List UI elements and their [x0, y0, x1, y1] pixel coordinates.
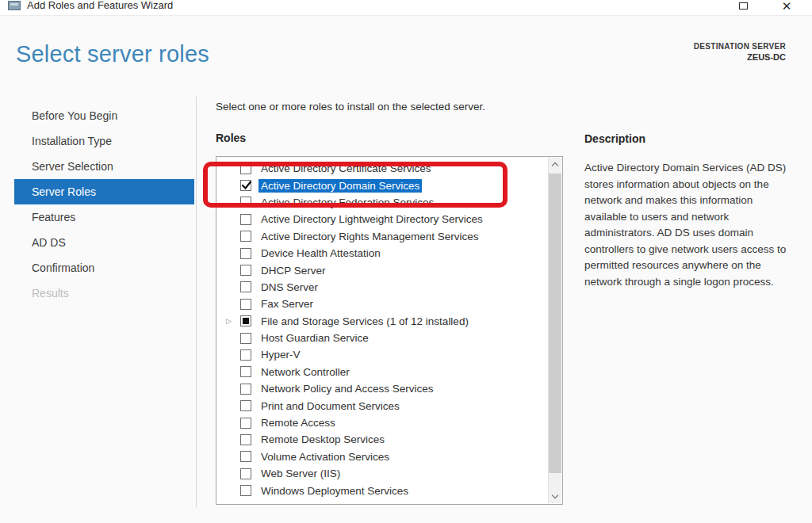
chevron-down-icon: [551, 492, 557, 498]
scroll-up-button[interactable]: [549, 158, 561, 171]
sidebar-item-label: Installation Type: [32, 135, 112, 147]
role-checkbox[interactable]: [240, 315, 251, 326]
sidebar-item-features[interactable]: Features: [0, 204, 196, 230]
role-label: File and Storage Services (1 of 12 insta…: [259, 315, 471, 328]
role-row-active-directory-lightweight-directory-services[interactable]: ▷ Active Directory Lightweight Directory…: [216, 211, 548, 227]
role-label: Device Health Attestation: [259, 246, 383, 260]
role-checkbox[interactable]: [240, 299, 251, 310]
role-label: DNS Server: [259, 281, 320, 294]
role-checkbox[interactable]: [240, 333, 251, 344]
role-checkbox[interactable]: [240, 163, 251, 174]
role-row-volume-activation-services[interactable]: ▷ Volume Activation Services: [216, 449, 548, 465]
restore-icon: [739, 2, 748, 10]
role-checkbox[interactable]: [240, 434, 251, 445]
role-checkbox[interactable]: [240, 468, 251, 479]
role-row-dns-server[interactable]: ▷ DNS Server: [216, 279, 548, 296]
role-label: Volume Activation Services: [259, 450, 392, 464]
role-row-device-health-attestation[interactable]: ▷ Device Health Attestation: [216, 245, 548, 262]
role-row-host-guardian-service[interactable]: ▷ Host Guardian Service: [216, 330, 548, 346]
role-checkbox[interactable]: [240, 265, 251, 276]
role-label: Network Policy and Access Services: [259, 382, 436, 395]
role-row-fax-server[interactable]: ▷ Fax Server: [216, 296, 548, 312]
role-label: Active Directory Certificate Services: [259, 162, 434, 175]
role-row-remote-access[interactable]: ▷ Remote Access: [216, 414, 548, 431]
restore-window-button[interactable]: [730, 0, 756, 16]
role-row-active-directory-federation-services[interactable]: ▷ Active Directory Federation Services: [216, 194, 548, 211]
role-row-windows-deployment-services[interactable]: ▷ Windows Deployment Services: [216, 482, 548, 498]
role-row-print-and-document-services[interactable]: ▷ Print and Document Services: [216, 397, 548, 414]
role-checkbox[interactable]: [240, 451, 251, 462]
app-icon: [8, 1, 21, 10]
role-row-active-directory-domain-services[interactable]: ▷ Active Directory Domain Services: [216, 177, 548, 193]
role-label: Print and Document Services: [259, 399, 402, 413]
sidebar-item-results: Results: [0, 281, 196, 306]
close-window-button[interactable]: ✕: [773, 0, 800, 16]
role-row-remote-desktop-services[interactable]: ▷ Remote Desktop Services: [216, 431, 548, 448]
vertical-scrollbar[interactable]: [548, 158, 561, 503]
role-row-dhcp-server[interactable]: ▷ DHCP Server: [216, 262, 548, 278]
roles-list-label: Roles: [216, 132, 246, 144]
role-row-web-server-iis[interactable]: ▷ Web Server (IIS): [216, 465, 548, 482]
role-row-active-directory-rights-management-services[interactable]: ▷ Active Directory Rights Management Ser…: [216, 228, 548, 245]
role-row-network-policy-and-access-services[interactable]: ▷ Network Policy and Access Services: [216, 380, 548, 397]
sidebar-divider: [196, 97, 197, 507]
roles-rows: ▷ Active Directory Certificate Services …: [216, 160, 548, 499]
sidebar-item-label: Server Roles: [32, 185, 96, 198]
role-checkbox[interactable]: [240, 231, 251, 242]
role-checkbox[interactable]: [240, 400, 251, 411]
window-title: Add Roles and Features Wizard: [27, 0, 173, 11]
sidebar-item-before-you-begin[interactable]: Before You Begin: [0, 103, 196, 128]
role-label: Active Directory Rights Management Servi…: [259, 230, 481, 243]
role-label: Active Directory Lightweight Directory S…: [259, 212, 485, 226]
sidebar-item-label: Server Selection: [32, 160, 113, 173]
role-checkbox[interactable]: [240, 248, 251, 259]
expand-arrow-icon[interactable]: ▷: [226, 318, 240, 325]
partial-check-icon: [243, 318, 249, 324]
scrollbar-thumb[interactable]: [549, 174, 561, 473]
role-checkbox[interactable]: [240, 418, 251, 429]
role-label: Fax Server: [259, 297, 316, 311]
page-title: Select server roles: [16, 41, 209, 67]
instruction-text: Select one or more roles to install on t…: [216, 101, 485, 113]
role-row-active-directory-certificate-services[interactable]: ▷ Active Directory Certificate Services: [216, 160, 548, 177]
destination-server-block: DESTINATION SERVER ZEUS-DC: [694, 42, 786, 62]
title-bar: Add Roles and Features Wizard ✕: [0, 0, 812, 16]
role-label: Host Guardian Service: [259, 331, 371, 345]
role-checkbox[interactable]: [240, 366, 251, 377]
role-label: Network Controller: [259, 365, 352, 379]
sidebar-item-installation-type[interactable]: Installation Type: [0, 128, 196, 154]
close-icon: ✕: [782, 0, 792, 13]
role-row-hyper-v[interactable]: ▷ Hyper-V: [216, 346, 548, 363]
sidebar-item-label: Features: [32, 211, 75, 223]
role-checkbox[interactable]: [240, 349, 251, 361]
sidebar-item-ad-ds[interactable]: AD DS: [0, 230, 196, 255]
role-checkbox[interactable]: [240, 485, 251, 496]
sidebar-item-label: Before You Begin: [32, 109, 117, 122]
role-label: DHCP Server: [259, 264, 328, 277]
role-label: Windows Deployment Services: [259, 484, 411, 498]
roles-listbox: ▷ Active Directory Certificate Services …: [216, 156, 563, 505]
role-label: Hyper-V: [259, 348, 303, 361]
chevron-up-icon: [551, 162, 557, 169]
role-checkbox[interactable]: [240, 281, 251, 292]
sidebar-item-label: Confirmation: [32, 262, 94, 274]
scroll-down-button[interactable]: [549, 490, 561, 503]
role-checkbox[interactable]: [240, 197, 251, 208]
role-row-network-controller[interactable]: ▷ Network Controller: [216, 364, 548, 380]
role-label: Remote Desktop Services: [259, 433, 387, 446]
role-checkbox[interactable]: [240, 180, 251, 191]
description-heading: Description: [584, 132, 645, 145]
sidebar-item-server-roles[interactable]: Server Roles: [14, 179, 194, 204]
destination-server-name: ZEUS-DC: [694, 52, 786, 62]
sidebar-item-confirmation[interactable]: Confirmation: [0, 255, 196, 281]
sidebar-item-label: AD DS: [32, 236, 66, 249]
role-checkbox[interactable]: [240, 384, 251, 395]
role-checkbox[interactable]: [240, 214, 251, 225]
role-row-file-and-storage-services-1-of-12-installed[interactable]: ▷ File and Storage Services (1 of 12 ins…: [216, 313, 548, 330]
sidebar-item-label: Results: [32, 287, 69, 300]
role-label: Active Directory Domain Services: [259, 179, 422, 193]
destination-server-label: DESTINATION SERVER: [694, 42, 786, 51]
sidebar-item-server-selection[interactable]: Server Selection: [0, 154, 196, 179]
role-label: Active Directory Federation Services: [259, 196, 436, 209]
role-label: Web Server (IIS): [259, 467, 343, 480]
